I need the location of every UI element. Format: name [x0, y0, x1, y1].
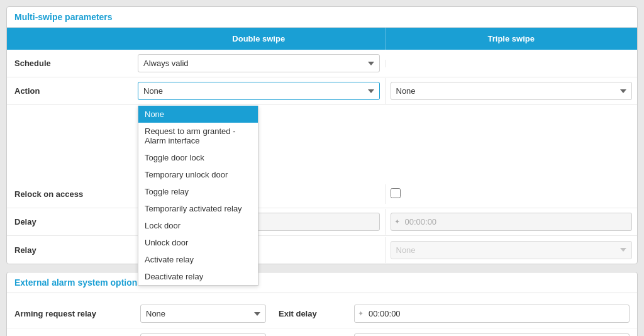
arming-relay-control: None	[140, 305, 266, 323]
relock-triple-control	[385, 184, 638, 204]
delay-row: Delay ✦ ✦	[7, 208, 637, 236]
dropdown-item-temp-relay[interactable]: Temporarily activated relay	[138, 200, 258, 217]
external-alarm-title: External alarm system options	[7, 272, 637, 293]
header-double: Double swipe	[133, 28, 385, 50]
dropdown-item-none[interactable]: None	[138, 106, 258, 123]
disarming-relay-select[interactable]: None	[140, 333, 266, 336]
arming-relay-row: Arming request relay None Exit delay ✦	[7, 300, 637, 328]
relock-row: Relock on access	[7, 181, 637, 208]
exit-delay-label: Exit delay	[279, 309, 354, 318]
relock-triple-checkbox[interactable]	[391, 188, 401, 198]
disarming-relay-row: Disarming request relay None Entry delay…	[7, 328, 637, 336]
exit-delay-wrapper: ✦	[354, 305, 630, 323]
schedule-double-control: Always valid	[133, 50, 385, 76]
exit-clock-icon: ✦	[358, 310, 364, 318]
external-alarm-section: External alarm system options Arming req…	[6, 272, 638, 336]
schedule-triple-control	[385, 60, 638, 67]
arming-relay-label: Arming request relay	[14, 309, 140, 318]
external-alarm-content: Arming request relay None Exit delay ✦ D…	[7, 293, 637, 336]
relock-label: Relock on access	[7, 184, 133, 204]
action-row: Action None None Request to arm granted …	[7, 77, 637, 105]
disarming-relay-control: None	[140, 333, 266, 336]
relay-triple-select[interactable]: None	[391, 241, 633, 259]
entry-delay-wrapper: ✦	[354, 333, 630, 336]
relay-triple-control: None	[385, 237, 638, 263]
dropdown-item-deactivate-relay[interactable]: Deactivate relay	[138, 268, 258, 285]
dropdown-item-toggle-relay[interactable]: Toggle relay	[138, 183, 258, 200]
delay-label: Delay	[7, 212, 133, 232]
dropdown-item-lock-door[interactable]: Lock door	[138, 217, 258, 234]
entry-delay-control: ✦	[354, 333, 630, 336]
exit-delay-control: ✦	[354, 305, 630, 323]
exit-delay-input[interactable]	[354, 305, 630, 323]
header-spacer	[7, 28, 133, 50]
entry-delay-input[interactable]	[354, 333, 630, 336]
table-header: Double swipe Triple swipe	[7, 28, 637, 50]
header-triple: Triple swipe	[385, 28, 638, 50]
relay-row: Relay None	[7, 236, 637, 264]
action-double-control: None None Request to arm granted - Alarm…	[133, 78, 385, 104]
delay-triple-input[interactable]	[391, 213, 633, 231]
relay-label: Relay	[7, 240, 133, 260]
table-body: Schedule Always valid Action None None R…	[7, 50, 637, 264]
action-triple-select[interactable]: None	[391, 82, 633, 100]
multiswipe-title: Multi-swipe parameters	[7, 7, 637, 28]
clock-icon-triple: ✦	[394, 218, 400, 226]
action-dropdown: None Request to arm granted - Alarm inte…	[138, 106, 258, 286]
dropdown-item-activate-relay[interactable]: Activate relay	[138, 251, 258, 268]
schedule-row: Schedule Always valid	[7, 50, 637, 77]
schedule-double-select[interactable]: Always valid	[138, 54, 380, 72]
dropdown-item-toggle-door-lock[interactable]: Toggle door lock	[138, 149, 258, 166]
dropdown-item-arm[interactable]: Request to arm granted - Alarm interface	[138, 123, 258, 149]
multiswipe-section: Multi-swipe parameters Double swipe Trip…	[6, 6, 638, 264]
dropdown-item-temp-unlock[interactable]: Temporary unlock door	[138, 166, 258, 183]
action-label: Action	[7, 81, 133, 101]
action-double-select[interactable]: None	[138, 82, 380, 100]
action-triple-control: None	[385, 78, 638, 104]
delay-triple-control: ✦	[385, 209, 638, 235]
schedule-label: Schedule	[7, 53, 133, 73]
dropdown-item-unlock-door[interactable]: Unlock door	[138, 234, 258, 251]
arming-relay-select[interactable]: None	[140, 305, 266, 323]
delay-triple-time-wrapper: ✦	[391, 213, 633, 231]
